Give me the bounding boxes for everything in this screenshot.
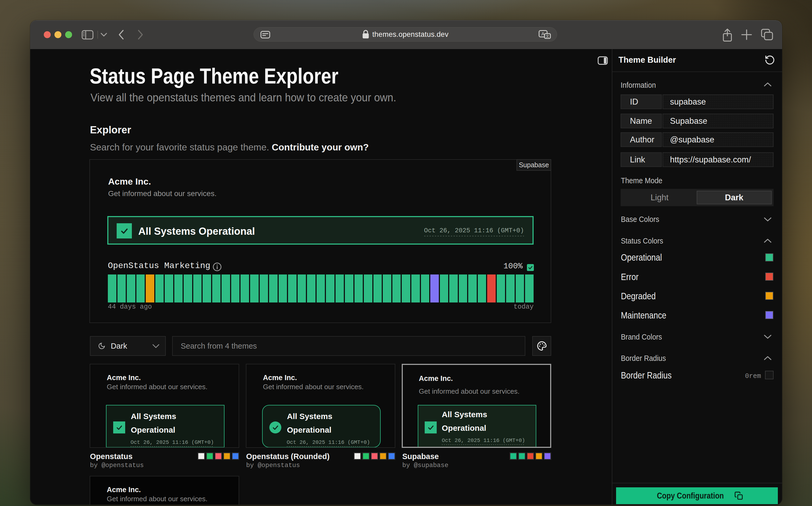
svg-text:文: 文 [546,34,549,38]
